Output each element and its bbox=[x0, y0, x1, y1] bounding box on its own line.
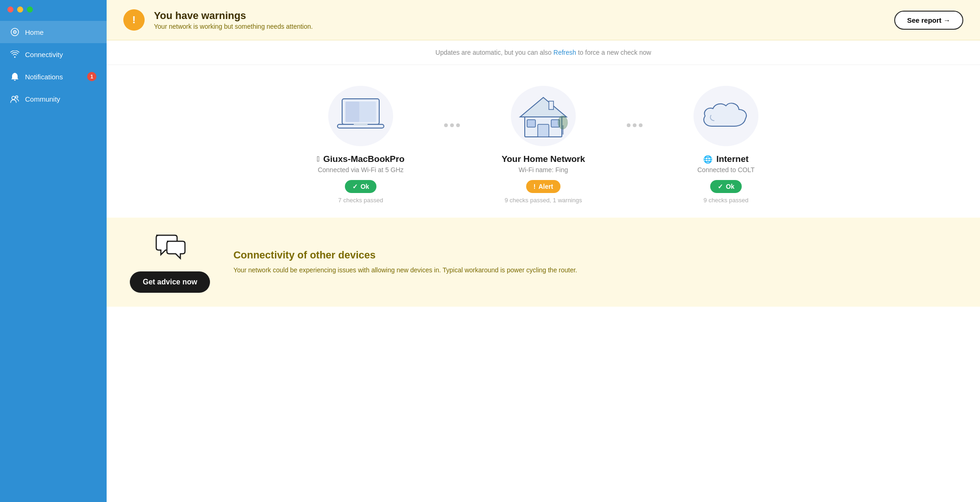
connector-right bbox=[622, 123, 647, 127]
home-title: Your Home Network bbox=[502, 154, 585, 164]
checkmark-icon: ✓ bbox=[352, 183, 358, 190]
svg-rect-7 bbox=[345, 102, 359, 122]
sidebar: Home Connectivity Notifica bbox=[0, 0, 107, 502]
dot-5 bbox=[633, 123, 636, 127]
apple-icon:  bbox=[317, 155, 319, 163]
home-status-label: Alert bbox=[538, 183, 553, 190]
sidebar-label-connectivity: Connectivity bbox=[25, 51, 63, 58]
community-icon bbox=[10, 94, 19, 103]
dot-6 bbox=[639, 123, 643, 127]
advice-section: Get advice now Connectivity of other dev… bbox=[107, 218, 980, 307]
svg-rect-9 bbox=[354, 123, 368, 125]
refresh-link[interactable]: Refresh bbox=[554, 49, 576, 56]
advice-description: Your network could be experiencing issue… bbox=[233, 265, 957, 275]
internet-status-badge: ✓ Ok bbox=[710, 180, 742, 193]
internet-status-label: Ok bbox=[726, 183, 735, 190]
maximize-button[interactable] bbox=[27, 6, 33, 13]
traffic-lights bbox=[0, 0, 107, 17]
svg-rect-12 bbox=[549, 101, 554, 109]
update-bar: Updates are automatic, but you can also … bbox=[107, 40, 980, 65]
globe-icon: 🌐 bbox=[703, 155, 713, 164]
svg-rect-13 bbox=[538, 124, 549, 137]
sidebar-label-community: Community bbox=[25, 95, 60, 103]
sidebar-item-connectivity[interactable]: Connectivity bbox=[0, 43, 107, 65]
get-advice-button[interactable]: Get advice now bbox=[130, 271, 210, 293]
internet-checks: 9 checks passed bbox=[704, 197, 749, 204]
svg-point-3 bbox=[12, 97, 15, 100]
advice-title: Connectivity of other devices bbox=[233, 249, 957, 261]
home-subtitle: Wi-Fi name: Fing bbox=[519, 166, 568, 174]
svg-point-4 bbox=[16, 96, 18, 98]
chat-icon-wrapper bbox=[152, 232, 189, 264]
macbook-illustration bbox=[324, 84, 398, 148]
dot-1 bbox=[444, 123, 448, 127]
checkmark-icon-2: ✓ bbox=[718, 183, 723, 190]
svg-point-2 bbox=[14, 32, 15, 32]
network-cards-section:  Giuxs-MacBookPro Connected via Wi-Fi a… bbox=[107, 65, 980, 218]
home-icon bbox=[10, 27, 19, 37]
home-checks: 9 checks passed, 1 warnings bbox=[505, 197, 582, 204]
update-text-before: Updates are automatic, but you can also bbox=[435, 49, 552, 56]
minimize-button[interactable] bbox=[17, 6, 23, 13]
home-status-badge: ! Alert bbox=[526, 180, 561, 193]
svg-rect-14 bbox=[527, 120, 535, 127]
warning-text-block: You have warnings Your network is workin… bbox=[154, 10, 885, 30]
wifi-icon bbox=[10, 50, 19, 59]
see-report-button[interactable]: See report → bbox=[894, 11, 963, 30]
internet-title: 🌐 Internet bbox=[703, 154, 749, 164]
advice-text-block: Connectivity of other devices Your netwo… bbox=[233, 249, 957, 275]
alert-icon: ! bbox=[534, 183, 536, 190]
internet-card: 🌐 Internet Connected to COLT ✓ Ok 9 chec… bbox=[647, 84, 805, 204]
internet-illustration bbox=[689, 84, 763, 148]
warning-title: You have warnings bbox=[154, 10, 885, 22]
warning-subtitle: Your network is working but something ne… bbox=[154, 23, 885, 30]
dot-3 bbox=[456, 123, 460, 127]
close-button[interactable] bbox=[7, 6, 13, 13]
svg-marker-11 bbox=[520, 97, 566, 117]
macbook-card:  Giuxs-MacBookPro Connected via Wi-Fi a… bbox=[282, 84, 439, 204]
advice-left: Get advice now bbox=[130, 232, 210, 293]
sidebar-label-home: Home bbox=[25, 28, 44, 36]
main-content: ! You have warnings Your network is work… bbox=[107, 0, 980, 502]
dot-4 bbox=[627, 123, 630, 127]
internet-subtitle: Connected to COLT bbox=[697, 166, 754, 174]
connector-left bbox=[439, 123, 465, 127]
sidebar-nav: Home Connectivity Notifica bbox=[0, 17, 107, 114]
dot-2 bbox=[450, 123, 454, 127]
home-network-card: Your Home Network Wi-Fi name: Fing ! Ale… bbox=[465, 84, 622, 204]
update-text-after: to force a new check now bbox=[578, 49, 651, 56]
sidebar-item-notifications[interactable]: Notifications 1 bbox=[0, 65, 107, 88]
sidebar-item-home[interactable]: Home bbox=[0, 21, 107, 43]
warning-banner: ! You have warnings Your network is work… bbox=[107, 0, 980, 40]
bell-icon bbox=[10, 72, 19, 81]
warning-icon: ! bbox=[123, 9, 145, 31]
svg-point-17 bbox=[558, 116, 567, 129]
sidebar-item-community[interactable]: Community bbox=[0, 88, 107, 110]
macbook-status-badge: ✓ Ok bbox=[345, 180, 377, 193]
macbook-status-label: Ok bbox=[361, 183, 369, 190]
macbook-title:  Giuxs-MacBookPro bbox=[317, 154, 404, 164]
notifications-badge: 1 bbox=[87, 72, 96, 81]
macbook-checks: 7 checks passed bbox=[338, 197, 383, 204]
home-illustration bbox=[506, 84, 580, 148]
macbook-subtitle: Connected via Wi-Fi at 5 GHz bbox=[318, 166, 403, 174]
sidebar-label-notifications: Notifications bbox=[25, 73, 63, 81]
